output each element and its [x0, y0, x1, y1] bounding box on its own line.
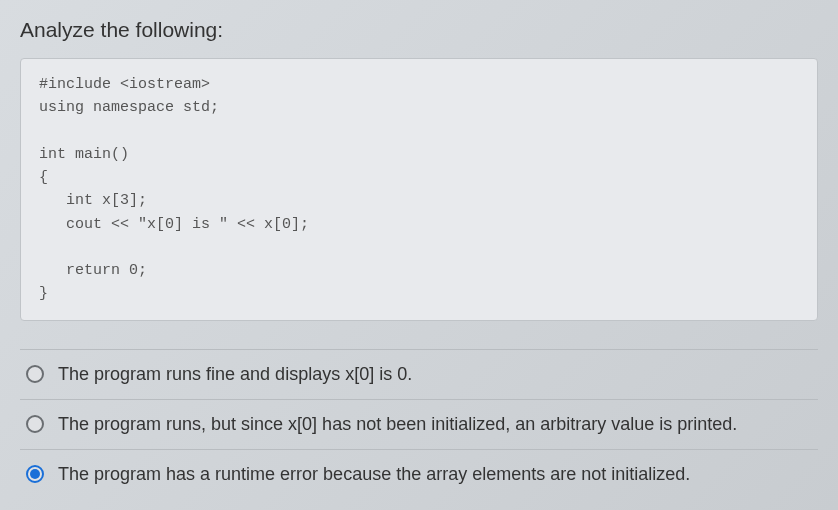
- question-prompt: Analyze the following:: [20, 18, 818, 42]
- option-label: The program has a runtime error because …: [58, 464, 812, 485]
- options-list: The program runs fine and displays x[0] …: [20, 349, 818, 499]
- radio-icon: [26, 415, 44, 433]
- option-label: The program runs fine and displays x[0] …: [58, 364, 812, 385]
- code-block: #include <iostream> using namespace std;…: [20, 58, 818, 321]
- option-0[interactable]: The program runs fine and displays x[0] …: [20, 349, 818, 399]
- radio-icon-selected: [26, 465, 44, 483]
- option-2[interactable]: The program has a runtime error because …: [20, 449, 818, 499]
- radio-icon: [26, 365, 44, 383]
- option-label: The program runs, but since x[0] has not…: [58, 414, 812, 435]
- option-1[interactable]: The program runs, but since x[0] has not…: [20, 399, 818, 449]
